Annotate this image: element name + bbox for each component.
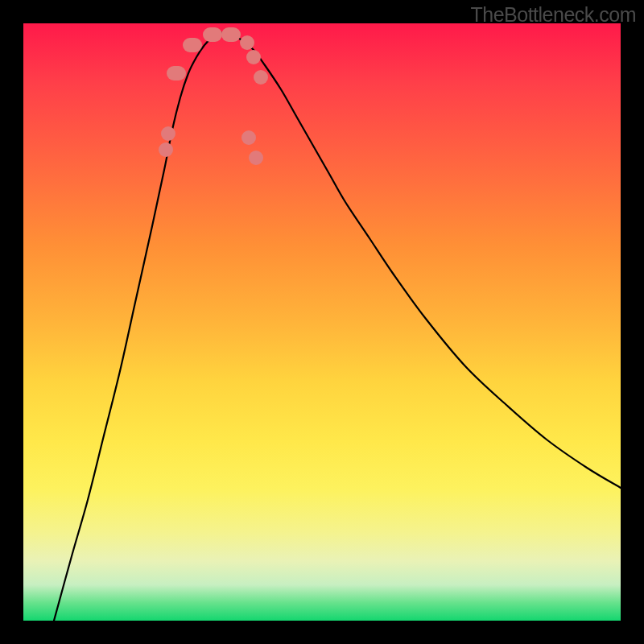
data-point-marker (249, 151, 263, 165)
data-point-marker (159, 142, 173, 157)
data-point-marker (161, 126, 175, 141)
data-point-marker (221, 27, 241, 42)
data-markers (23, 23, 621, 621)
chart-frame: TheBottleneck.com (0, 0, 644, 644)
watermark-text: TheBottleneck.com (471, 3, 637, 27)
data-point-marker (246, 50, 261, 64)
bottleneck-curve (23, 23, 621, 621)
data-point-marker (167, 66, 186, 80)
data-point-marker (254, 70, 268, 85)
data-point-marker (203, 27, 222, 42)
plot-area (23, 23, 621, 621)
data-point-marker (240, 35, 254, 50)
data-point-marker (183, 38, 202, 52)
data-point-marker (242, 130, 256, 145)
